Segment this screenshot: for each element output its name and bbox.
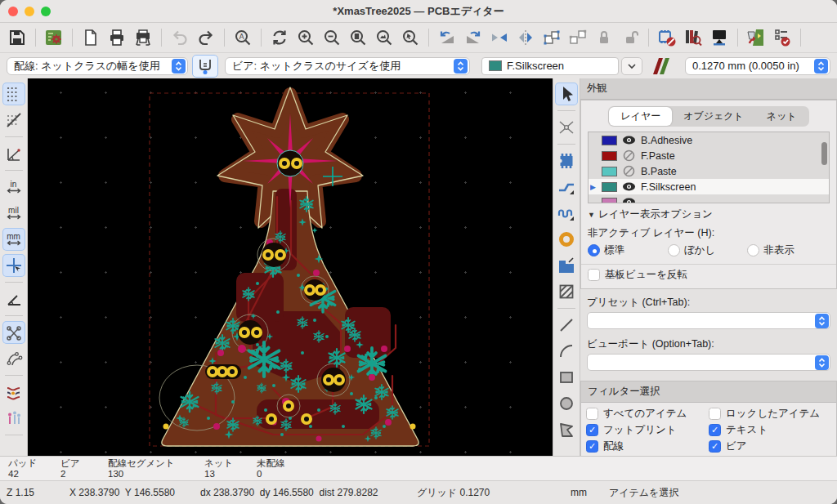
stepper-icon[interactable]	[814, 59, 828, 74]
grid-size-status: グリッド 0.1270	[417, 486, 571, 500]
curved-ratsnest-button[interactable]	[2, 347, 25, 370]
close-window-button[interactable]	[8, 7, 18, 16]
layer-color-swatch[interactable]	[602, 198, 617, 204]
highlight-nets-button[interactable]	[2, 381, 25, 404]
filter-checkbox-item[interactable]: 配線	[586, 439, 709, 453]
radio-option[interactable]: 標準	[588, 243, 668, 257]
filter-checkbox-item[interactable]: すべてのアイテム	[586, 407, 709, 421]
zoom-out-button[interactable]	[320, 25, 344, 50]
via-size-value: ビア: ネットクラスのサイズを使用	[232, 59, 449, 74]
draw-rectangle-button[interactable]	[555, 366, 578, 389]
draw-polygon-button[interactable]	[555, 418, 578, 441]
appearance-tab[interactable]: オブジェクト	[672, 107, 755, 126]
stepper-icon[interactable]	[454, 59, 468, 74]
update-pcb-from-schematic-button[interactable]	[744, 25, 768, 50]
via-size-select[interactable]: ビア: ネットクラスのサイズを使用	[225, 57, 470, 75]
tune-length-button[interactable]	[555, 202, 578, 225]
preset-select[interactable]	[587, 312, 830, 329]
zoom-fit-page-button[interactable]	[346, 25, 370, 50]
add-footprint-button[interactable]	[555, 149, 578, 172]
net-colors-button[interactable]	[2, 407, 25, 430]
undo-button[interactable]	[168, 25, 192, 50]
layer-row[interactable]: ▶ B.Adhesive	[589, 132, 829, 148]
add-rule-area-button[interactable]	[555, 280, 578, 303]
units-mils-button[interactable]: mil	[2, 202, 25, 225]
viewport-select[interactable]	[587, 354, 830, 371]
redo-button[interactable]	[194, 25, 218, 50]
appearance-tab[interactable]: レイヤー	[609, 107, 672, 126]
visibility-toggle[interactable]	[622, 133, 636, 147]
draw-circle-button[interactable]	[555, 392, 578, 415]
pcb-canvas[interactable]	[28, 78, 553, 456]
select-tool-button[interactable]	[555, 83, 578, 105]
ungroup-button[interactable]	[566, 25, 590, 50]
grid-override-button[interactable]	[2, 109, 25, 132]
visibility-toggle[interactable]	[622, 149, 636, 163]
page-settings-button[interactable]	[78, 25, 103, 50]
filter-checkbox-item[interactable]: ビア	[709, 439, 831, 453]
layer-color-swatch[interactable]	[602, 151, 617, 161]
layer-row[interactable]: ▶	[589, 194, 829, 203]
draw-arc-button[interactable]	[555, 340, 578, 363]
rotate-ccw-button[interactable]	[435, 25, 459, 50]
local-ratsnest-button[interactable]	[555, 116, 578, 139]
layer-color-swatch[interactable]	[602, 167, 617, 176]
board-setup-button[interactable]	[42, 25, 66, 50]
route-tracks-button[interactable]	[555, 176, 578, 198]
library-browser-button[interactable]	[681, 25, 705, 50]
radio-option[interactable]: 非表示	[747, 243, 827, 257]
flip-horizontal-button[interactable]	[487, 25, 512, 50]
save-button[interactable]	[5, 25, 29, 50]
units-inches-button[interactable]: in	[2, 176, 25, 198]
filter-checkbox-item[interactable]: テキスト	[709, 423, 831, 437]
filter-checkbox-item[interactable]: フットプリント	[586, 423, 709, 437]
mirror-button[interactable]	[513, 25, 538, 50]
measure-angle-button[interactable]	[2, 288, 25, 310]
layer-row[interactable]: ▶ B.Paste	[589, 163, 829, 179]
layer-color-swatch[interactable]	[602, 136, 617, 145]
visibility-toggle[interactable]	[622, 195, 636, 203]
layer-pair-button[interactable]	[649, 54, 674, 78]
polar-coordinates-button[interactable]	[2, 142, 25, 165]
appearance-tab[interactable]: ネット	[755, 107, 808, 126]
lock-button[interactable]	[592, 25, 616, 50]
add-zone-button[interactable]	[555, 254, 578, 277]
flip-board-view-checkbox[interactable]: 基板ビューを反転	[581, 264, 836, 288]
zoom-to-selection-button[interactable]	[398, 25, 423, 50]
crosshair-cursor-button[interactable]	[2, 254, 25, 277]
refresh-view-button[interactable]	[267, 25, 292, 50]
find-button[interactable]: A	[231, 25, 255, 50]
track-width-select[interactable]: 配線: ネットクラスの幅を使用	[7, 57, 188, 75]
footprint-editor-check-button[interactable]	[655, 25, 679, 50]
zoom-window-button[interactable]	[41, 7, 51, 16]
unlock-button[interactable]	[618, 25, 642, 50]
3d-viewer-button[interactable]	[707, 25, 732, 50]
units-mm-button[interactable]: mm	[2, 228, 25, 251]
active-layer-select[interactable]: F.Silkscreen	[481, 57, 619, 75]
layer-select-dropdown-button[interactable]	[621, 57, 642, 75]
layer-list-scrollbar[interactable]	[821, 142, 827, 165]
layer-row[interactable]: ▶ F.Paste	[589, 148, 829, 163]
stepper-icon[interactable]	[172, 59, 186, 74]
drc-button[interactable]	[770, 25, 794, 50]
layer-display-options-header[interactable]: ▼ レイヤー表示オプション	[581, 203, 836, 223]
zoom-in-button[interactable]	[293, 25, 318, 50]
layer-color-swatch[interactable]	[602, 182, 617, 192]
rotate-cw-button[interactable]	[461, 25, 486, 50]
layer-row[interactable]: ▶ F.Silkscreen	[589, 179, 829, 194]
grid-select[interactable]: 0.1270 mm (0.0050 in)	[685, 57, 830, 75]
plot-button[interactable]	[131, 25, 155, 50]
visibility-toggle[interactable]	[622, 180, 636, 194]
visibility-toggle[interactable]	[622, 164, 636, 178]
print-button[interactable]	[105, 25, 129, 50]
zoom-fit-objects-button[interactable]	[372, 25, 396, 50]
minimize-window-button[interactable]	[25, 7, 34, 16]
add-via-button[interactable]	[555, 228, 578, 251]
group-button[interactable]	[539, 25, 564, 50]
show-ratsnest-button[interactable]	[2, 321, 25, 344]
track-posture-button[interactable]	[192, 55, 218, 78]
draw-line-button[interactable]	[555, 314, 578, 337]
filter-checkbox-item[interactable]: ロックしたアイテム	[709, 407, 831, 421]
radio-option[interactable]: ぼかし	[668, 243, 748, 257]
show-grid-button[interactable]	[2, 83, 25, 105]
